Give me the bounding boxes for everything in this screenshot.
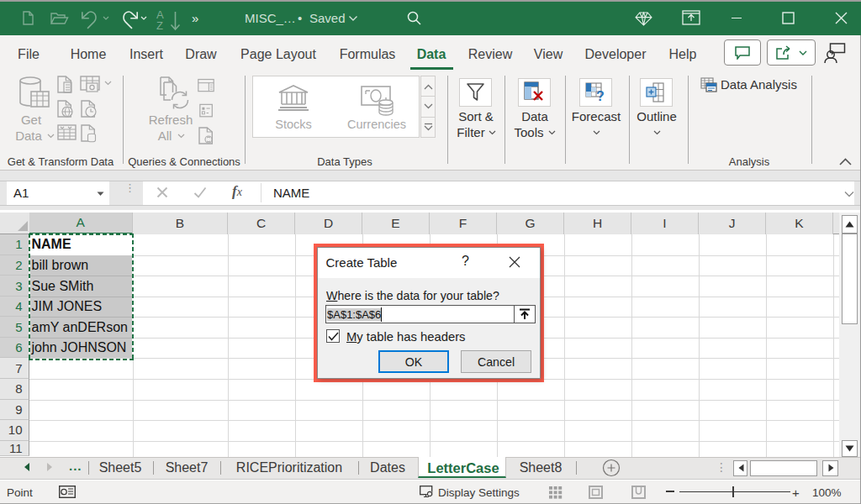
svg-text:?: ?	[596, 89, 605, 102]
